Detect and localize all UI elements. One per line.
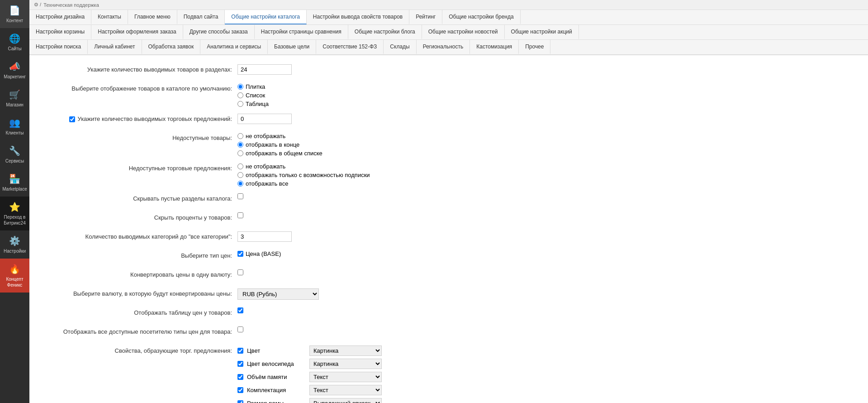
sidebar-item-clients[interactable]: 👥 Клиенты	[0, 112, 29, 140]
tab-checkout[interactable]: Настройки оформления заказа	[91, 25, 183, 39]
tab-search[interactable]: Настройки поиска	[29, 40, 88, 54]
sidebar-item-shop[interactable]: 🛒 Магазин	[0, 84, 29, 112]
prop-frame-type[interactable]: Картинка Текст Выпадающий список	[309, 398, 382, 403]
hide-empty-sections-checkbox[interactable]	[237, 193, 243, 199]
sidebar-item-services[interactable]: 🔧 Сервисы	[0, 140, 29, 168]
offers-count-input[interactable]	[237, 114, 292, 124]
content-icon: 📄	[9, 5, 20, 16]
radio-offers-not-show-input[interactable]	[237, 163, 243, 169]
tab-news[interactable]: Общие настройки новостей	[422, 25, 505, 39]
all-categories-count-input[interactable]	[237, 231, 292, 242]
radio-offers-sub-only[interactable]: отображать только с возможностью подписк…	[237, 172, 370, 178]
radio-offers-show-all-input[interactable]	[237, 181, 243, 187]
tab-compare[interactable]: Настройки страницы сравнения	[255, 25, 348, 39]
show-price-table-row: Отображать таблицу цен у товаров:	[47, 307, 545, 320]
sidebar-item-content[interactable]: 📄 Контент	[0, 0, 29, 28]
show-price-table-checkbox[interactable]	[237, 307, 243, 313]
price-type-checkbox-item[interactable]: Цена (BASE)	[237, 250, 281, 257]
currency-label: Выберите валюту, в которую будут конверт…	[47, 288, 237, 298]
tab-catalog-general[interactable]: Общие настройки каталога	[225, 10, 306, 24]
hide-percents-checkbox[interactable]	[237, 212, 243, 218]
prop-bike-color-type[interactable]: Картинка Текст Выпадающий список	[309, 359, 382, 369]
prop-memory-checkbox[interactable]	[237, 374, 243, 380]
radio-offers-show-all[interactable]: отображать все	[237, 180, 370, 187]
tab-brand-general[interactable]: Общие настройки бренда	[442, 10, 520, 24]
prop-frame-name: Размер рамы	[247, 400, 306, 403]
prop-color-type[interactable]: Картинка Текст Выпадающий список	[309, 345, 382, 356]
sites-icon: 🌐	[9, 33, 20, 44]
tab-rating[interactable]: Рейтинг	[409, 10, 442, 24]
tabs-row-1: Настройки дизайна Контакты Главное меню …	[29, 10, 868, 25]
radio-offers-not-show[interactable]: не отображать	[237, 163, 370, 170]
price-type-checkbox[interactable]	[237, 251, 243, 257]
prop-bike-color-name: Цвет велосипеда	[247, 360, 306, 367]
sidebar-item-concept[interactable]: 🔥 Концепт Феникс	[0, 259, 29, 293]
unavailable-offers-label: Недоступные торговые предложения:	[47, 163, 237, 173]
sidebar-item-sites[interactable]: 🌐 Сайты	[0, 28, 29, 56]
tab-analytics[interactable]: Аналитика и сервисы	[200, 40, 268, 54]
prop-memory-type[interactable]: Картинка Текст Выпадающий список	[309, 372, 382, 382]
radio-table-input[interactable]	[237, 101, 243, 107]
tab-regions[interactable]: Региональность	[417, 40, 470, 54]
offers-count-label: Укажите количество выводимых торговых пр…	[47, 114, 237, 123]
tab-orders-proc[interactable]: Обработка заявок	[142, 40, 201, 54]
tab-other-order[interactable]: Другие способы заказа	[183, 25, 255, 39]
tab-account[interactable]: Личный кабинет	[88, 40, 142, 54]
tab-footer[interactable]: Подвал сайта	[177, 10, 225, 24]
radio-show-end[interactable]: отображать в конце	[237, 141, 323, 148]
sidebar-item-settings[interactable]: ⚙️ Настройки	[0, 230, 29, 259]
clients-icon: 👥	[9, 117, 20, 129]
radio-offers-sub-only-input[interactable]	[237, 172, 243, 178]
convert-prices-checkbox[interactable]	[237, 269, 243, 275]
radio-table[interactable]: Таблица	[237, 101, 269, 107]
prop-config-name: Комплектация	[247, 387, 306, 393]
tab-design[interactable]: Настройки дизайна	[29, 10, 91, 24]
radio-list[interactable]: Список	[237, 92, 269, 99]
radio-tile[interactable]: Плитка	[237, 83, 269, 90]
price-type-label: Выберите тип цен:	[47, 250, 237, 260]
tab-custom[interactable]: Кастомизация	[470, 40, 519, 54]
show-all-prices-checkbox[interactable]	[237, 326, 243, 332]
tab-cart[interactable]: Настройки корзины	[29, 25, 91, 39]
tab-other[interactable]: Прочее	[519, 40, 550, 54]
radio-list-input[interactable]	[237, 92, 243, 98]
sidebar-item-marketplace[interactable]: 🏪 Marketplace	[0, 168, 29, 197]
tab-mainmenu[interactable]: Главное меню	[128, 10, 177, 24]
sidebar-item-bitrix24[interactable]: ⭐ Переход в Битрикс24	[0, 197, 29, 230]
radio-show-end-input[interactable]	[237, 142, 243, 148]
services-icon: 🔧	[9, 145, 20, 157]
all-categories-count-row: Количество выводимых категорий до "все к…	[47, 231, 545, 244]
tab-props-output[interactable]: Настройки вывода свойств товаров	[307, 10, 409, 24]
tab-contacts[interactable]: Контакты	[91, 10, 128, 24]
radio-tile-input[interactable]	[237, 84, 243, 90]
radio-not-show[interactable]: не отображать	[237, 133, 323, 139]
unavailable-radio-group: не отображать отображать в конце отображ…	[237, 133, 323, 157]
hide-empty-sections-row: Скрывать пустые разделы каталога:	[47, 193, 545, 206]
prop-color-checkbox[interactable]	[237, 348, 243, 354]
price-type-row: Выберите тип цен: Цена (BASE)	[47, 250, 545, 263]
currency-select[interactable]: RUB (Рубль) USD (Доллар) EUR (Евро)	[237, 288, 319, 300]
prop-config-checkbox[interactable]	[237, 387, 243, 393]
display-type-label: Выберите отображение товаров в каталоге …	[47, 83, 237, 93]
all-categories-count-label: Количество выводимых категорий до "все к…	[47, 231, 237, 241]
prop-bike-color-checkbox[interactable]	[237, 361, 243, 367]
convert-prices-row: Конвертировать цены в одну валюту:	[47, 269, 545, 282]
radio-show-list[interactable]: отображать в общем списке	[237, 150, 323, 157]
offers-count-checkbox[interactable]	[69, 116, 75, 122]
tab-warehouses[interactable]: Склады	[384, 40, 416, 54]
prop-frame-checkbox[interactable]	[237, 400, 243, 403]
form-section: Укажите количество выводимых товаров в р…	[47, 64, 545, 403]
products-per-section-input[interactable]	[237, 64, 292, 75]
unavailable-products-label: Недоступные товары:	[47, 133, 237, 142]
tab-fz152[interactable]: Соответствие 152-ФЗ	[316, 40, 384, 54]
sidebar-item-marketing[interactable]: 📣 Маркетинг	[0, 56, 29, 84]
radio-show-list-input[interactable]	[237, 150, 243, 156]
tab-actions[interactable]: Общие настройки акций	[505, 25, 579, 39]
radio-not-show-input[interactable]	[237, 133, 243, 139]
tab-base-goals[interactable]: Базовые цели	[268, 40, 316, 54]
shop-icon: 🛒	[9, 89, 20, 101]
prop-config-type[interactable]: Картинка Текст Выпадающий список	[309, 385, 382, 395]
tab-blog[interactable]: Общие настройки блога	[348, 25, 422, 39]
prop-color-name: Цвет	[247, 347, 306, 354]
trade-offers-label: Свойства, образующие торг. предложения:	[47, 345, 237, 355]
